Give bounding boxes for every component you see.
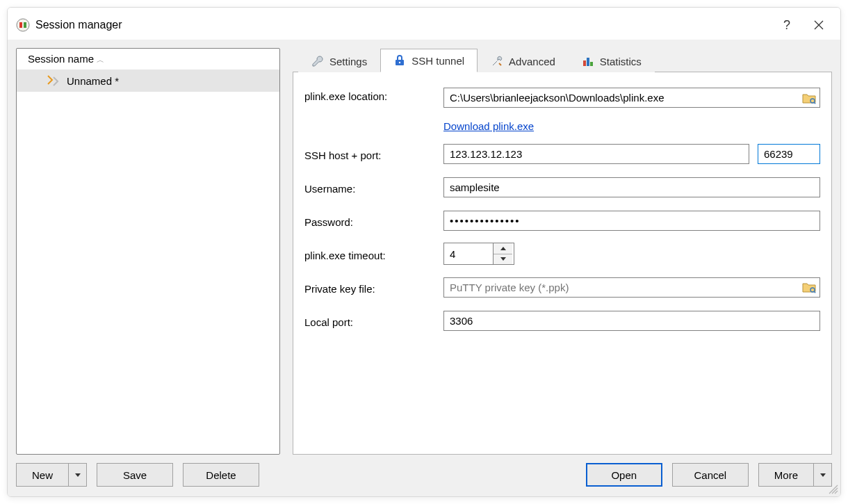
button-label: New — [17, 469, 68, 481]
download-plink-link[interactable]: Download plink.exe — [443, 120, 534, 132]
resize-grip-icon[interactable] — [826, 482, 839, 495]
dialog-footer: New Save Delete Open Cancel More — [8, 455, 840, 496]
session-icon — [46, 74, 60, 88]
svg-rect-1 — [19, 22, 22, 28]
tools-icon — [491, 55, 503, 67]
tab-label: Advanced — [509, 56, 555, 67]
private-key-input[interactable] — [443, 277, 820, 298]
help-button[interactable]: ? — [771, 14, 803, 36]
delete-button[interactable]: Delete — [183, 463, 259, 487]
ssh-port-input[interactable] — [758, 144, 820, 164]
svg-point-4 — [399, 62, 400, 63]
local-port-label: Local port: — [304, 314, 443, 328]
svg-rect-7 — [590, 62, 593, 66]
timeout-label: plink.exe timeout: — [304, 247, 443, 261]
svg-rect-6 — [587, 58, 589, 66]
new-button[interactable]: New — [16, 463, 87, 487]
sessions-header[interactable]: Session name ︿ — [17, 49, 279, 70]
cancel-button[interactable]: Cancel — [672, 463, 749, 487]
titlebar: Session manager ? — [8, 8, 840, 40]
window-title: Session manager — [35, 19, 122, 31]
svg-rect-2 — [24, 22, 26, 28]
svg-rect-5 — [583, 60, 586, 66]
local-port-input[interactable] — [443, 311, 820, 331]
browse-folder-icon[interactable] — [802, 92, 816, 104]
private-key-label: Private key file: — [304, 280, 443, 295]
sessions-header-label: Session name — [28, 53, 94, 65]
save-button[interactable]: Save — [97, 463, 173, 487]
timeout-stepper[interactable] — [443, 243, 514, 265]
open-button[interactable]: Open — [586, 463, 662, 487]
tabs: Settings SSH tunnel — [293, 48, 832, 72]
plink-location-input[interactable] — [443, 88, 820, 108]
tab-settings[interactable]: Settings — [298, 49, 380, 72]
password-label: Password: — [304, 213, 443, 228]
sessions-panel: Session name ︿ Unnamed * — [16, 48, 280, 455]
ssh-host-input[interactable] — [443, 144, 749, 164]
close-button[interactable] — [803, 14, 835, 36]
password-input[interactable] — [443, 211, 820, 231]
plink-location-label: plink.exe location: — [304, 88, 443, 102]
session-manager-window: Session manager ? Session name ︿ — [7, 7, 841, 497]
ssh-tunnel-panel: plink.exe location: — [293, 72, 832, 455]
tab-advanced[interactable]: Advanced — [478, 49, 569, 72]
tab-ssh-tunnel[interactable]: SSH tunnel — [380, 49, 478, 72]
ssh-host-port-label: SSH host + port: — [304, 147, 443, 161]
username-label: Username: — [304, 180, 443, 195]
timeout-down-button[interactable] — [494, 254, 512, 265]
barchart-icon — [582, 55, 594, 67]
session-item-label: Unnamed * — [67, 75, 119, 87]
username-input[interactable] — [443, 177, 820, 197]
details-panel: Settings SSH tunnel — [293, 48, 832, 455]
tab-statistics[interactable]: Statistics — [569, 49, 655, 72]
session-item[interactable]: Unnamed * — [17, 70, 279, 92]
svg-point-0 — [17, 19, 29, 31]
sessions-list: Session name ︿ Unnamed * — [16, 48, 280, 455]
timeout-input[interactable] — [444, 243, 493, 264]
lock-icon — [393, 54, 406, 67]
timeout-up-button[interactable] — [494, 243, 512, 254]
tab-label: Settings — [329, 56, 367, 67]
dropdown-arrow-icon[interactable] — [68, 464, 86, 486]
wrench-icon — [311, 55, 324, 67]
tab-label: SSH tunnel — [411, 55, 464, 67]
app-icon — [16, 18, 30, 32]
button-label: More — [759, 469, 813, 481]
more-button[interactable]: More — [758, 463, 832, 487]
dialog-body: Session name ︿ Unnamed * — [8, 40, 840, 455]
sort-asc-icon: ︿ — [97, 56, 104, 64]
browse-folder-icon[interactable] — [802, 281, 816, 293]
tab-label: Statistics — [600, 56, 642, 67]
